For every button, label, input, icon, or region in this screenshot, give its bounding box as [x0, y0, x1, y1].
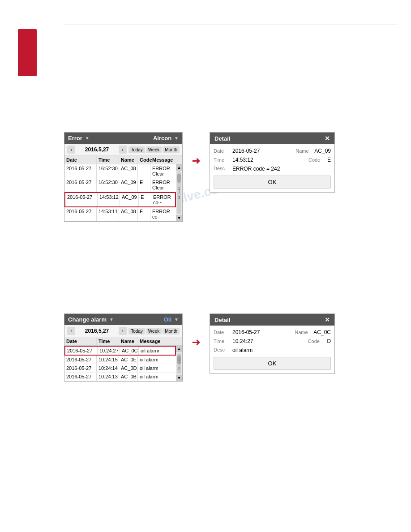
error-detail-time-row: Time 14:53:12 Code E — [214, 157, 331, 163]
error-detail-time-label: Time — [214, 157, 231, 163]
table-row[interactable]: 2016-05-27 14:53:11 AC_08 E ERROR co··· — [64, 207, 176, 221]
change-detail-close[interactable]: ✕ — [325, 316, 330, 323]
error-device-dropdown-icon[interactable]: ▼ — [174, 136, 179, 141]
change-detail-name-label: Name — [295, 330, 312, 335]
error-col-date: Date — [64, 156, 97, 164]
change-panel-header: Change alarm ▼ Oil ▼ — [64, 314, 182, 325]
change-type-dropdown-icon[interactable]: ▼ — [109, 317, 114, 322]
top-arrow: ➜ — [183, 154, 210, 167]
row4-date: 2016-05-27 — [64, 207, 97, 221]
error-nav-next[interactable]: › — [119, 146, 127, 154]
change-scroll-fraction: 1/3 — [176, 357, 182, 370]
error-col-code: Code — [138, 156, 150, 164]
error-col-time: Time — [97, 156, 119, 164]
change-col-name: Name — [119, 337, 138, 345]
error-list-panel: Error ▼ Aircon ▼ ‹ 2016,5,27 › Today Wee… — [64, 132, 183, 222]
error-nav-quick: Today Week Month — [128, 146, 180, 153]
table-row[interactable]: 2016-05-27 10:24:27 AC_0C oil alarm — [64, 346, 176, 356]
change-nav-month[interactable]: Month — [163, 328, 180, 335]
crow4-name: AC_0B — [119, 373, 138, 381]
change-detail-body: Date 2016-05-27 Name AC_0C Time 10:24:27… — [210, 326, 334, 373]
crow3-date: 2016-05-27 — [64, 364, 97, 372]
change-detail-title: Detail — [214, 317, 230, 323]
top-panel-group: Error ▼ Aircon ▼ ‹ 2016,5,27 › Today Wee… — [64, 132, 335, 222]
error-detail-close[interactable]: ✕ — [325, 135, 330, 142]
table-row[interactable]: 2016-05-27 10:24:13 AC_0B oil alarm — [64, 373, 176, 381]
row4-message: ERROR co··· — [150, 207, 176, 221]
row1-date: 2016-05-27 — [64, 164, 97, 178]
error-detail-time-value: 14:53:12 — [232, 157, 307, 163]
crow3-time: 10:24:14 — [97, 364, 119, 372]
row2-code: E — [138, 178, 150, 192]
change-scrollbar[interactable]: ▲ 1/3 ▼ — [176, 346, 182, 381]
error-type-dropdown-icon[interactable]: ▼ — [85, 136, 90, 141]
table-row[interactable]: 2016-05-27 10:24:15 AC_0E oil alarm — [64, 356, 176, 364]
change-rows-inner: 2016-05-27 10:24:27 AC_0C oil alarm 2016… — [64, 346, 182, 381]
change-detail-code-label: Code — [308, 339, 325, 344]
top-rule — [63, 25, 398, 25]
error-nav-date: 2016,5,27 — [77, 146, 117, 153]
table-row[interactable]: 2016-05-27 14:53:12 AC_09 E ERROR co··· — [64, 192, 176, 207]
change-detail-panel: Detail ✕ Date 2016-05-27 Name AC_0C Time… — [210, 313, 335, 374]
change-panel-nav: ‹ 2016,5,27 › Today Week Month — [64, 325, 182, 337]
crow1-date: 2016-05-27 — [65, 347, 98, 355]
row2-time: 16:52:30 — [97, 178, 119, 192]
crow2-message: oil alarm — [138, 356, 176, 364]
crow3-message: oil alarm — [138, 364, 176, 372]
row2-name: AC_09 — [119, 178, 138, 192]
error-nav-week[interactable]: Week — [146, 146, 162, 153]
change-detail-time-label: Time — [214, 339, 231, 344]
row2-date: 2016-05-27 — [64, 178, 97, 192]
error-detail-panel: Detail ✕ Date 2016-05-27 Name AC_09 Time… — [210, 132, 335, 193]
crow4-date: 2016-05-27 — [64, 373, 97, 381]
scroll-thumb — [177, 174, 181, 183]
error-detail-title: Detail — [214, 135, 230, 142]
error-col-name: Name — [119, 156, 138, 164]
scroll-up-arrow[interactable]: ▲ — [176, 164, 182, 171]
error-detail-code-label: Code — [308, 157, 325, 163]
table-row[interactable]: 2016-05-27 10:24:14 AC_0D oil alarm — [64, 364, 176, 373]
crow4-message: oil alarm — [138, 373, 176, 381]
change-scroll-down-arrow[interactable]: ▼ — [176, 375, 182, 381]
change-nav-date: 2016,5,27 — [77, 328, 117, 334]
error-nav-month[interactable]: Month — [163, 146, 180, 153]
change-nav-prev[interactable]: ‹ — [67, 327, 75, 335]
error-rows-area: 2016-05-27 16:52:30 AC_08 ERROR Clear 20… — [64, 164, 182, 221]
bookmark — [18, 29, 37, 76]
change-type-label: Change alarm — [68, 316, 107, 323]
crow2-name: AC_0E — [119, 356, 138, 364]
scroll-down-arrow[interactable]: ▼ — [176, 215, 182, 221]
change-nav-week[interactable]: Week — [146, 328, 162, 335]
change-detail-ok-button[interactable]: OK — [214, 357, 331, 370]
error-panel-nav: ‹ 2016,5,27 › Today Week Month — [64, 144, 182, 156]
error-scrollbar[interactable]: ▲ 1/3 ▼ — [176, 164, 182, 221]
row4-code: E — [138, 207, 150, 221]
error-type-label: Error — [68, 135, 82, 142]
error-detail-desc-label: Desc — [214, 166, 231, 171]
change-detail-date-label: Date — [214, 330, 231, 335]
change-nav-next[interactable]: › — [119, 327, 127, 335]
error-detail-name-label: Name — [295, 148, 313, 154]
change-detail-date-value: 2016-05-27 — [232, 329, 293, 335]
error-nav-prev[interactable]: ‹ — [67, 146, 75, 154]
change-col-message: Message — [138, 337, 182, 345]
error-rows-inner: 2016-05-27 16:52:30 AC_08 ERROR Clear 20… — [64, 164, 182, 221]
error-col-message: Message — [150, 156, 182, 164]
change-scroll-up-arrow[interactable]: ▲ — [176, 346, 182, 352]
row3-message: ERROR co··· — [151, 193, 175, 206]
table-row[interactable]: 2016-05-27 16:52:30 AC_09 E ERROR Clear — [64, 178, 176, 192]
crow4-time: 10:24:13 — [97, 373, 119, 381]
error-detail-header: Detail ✕ — [210, 133, 334, 144]
row3-code: E — [139, 193, 151, 206]
error-detail-ok-button[interactable]: OK — [214, 176, 331, 189]
crow1-name: AC_0C — [120, 347, 139, 355]
crow2-date: 2016-05-27 — [64, 356, 97, 364]
crow1-message: oil alarm — [139, 347, 175, 355]
change-device-dropdown-icon[interactable]: ▼ — [174, 317, 179, 322]
table-row[interactable]: 2016-05-27 16:52:30 AC_08 ERROR Clear — [64, 164, 176, 178]
change-nav-today[interactable]: Today — [128, 328, 145, 335]
row3-time: 14:53:12 — [98, 193, 120, 206]
crow1-time: 10:24:27 — [98, 347, 120, 355]
error-nav-today[interactable]: Today — [128, 146, 145, 153]
row1-code — [138, 164, 150, 178]
